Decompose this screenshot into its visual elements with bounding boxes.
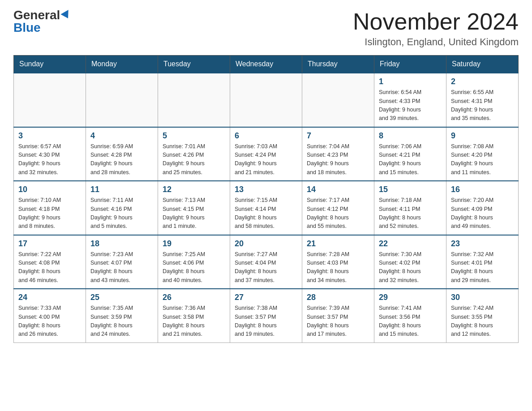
day-number: 15: [379, 185, 442, 194]
weekday-header-wednesday: Wednesday: [230, 56, 302, 73]
weekday-header-row: SundayMondayTuesdayWednesdayThursdayFrid…: [14, 56, 519, 73]
day-info: Sunrise: 7:04 AMSunset: 4:23 PMDaylight:…: [307, 142, 369, 177]
day-number: 11: [90, 185, 153, 194]
day-info: Sunrise: 7:30 AMSunset: 4:02 PMDaylight:…: [379, 250, 442, 285]
calendar-cell: 26Sunrise: 7:36 AMSunset: 3:58 PMDayligh…: [158, 289, 230, 342]
calendar-cell: 14Sunrise: 7:17 AMSunset: 4:12 PMDayligh…: [302, 181, 374, 235]
title-area: November 2024 Islington, England, United…: [353, 9, 519, 48]
calendar-cell: 6Sunrise: 7:03 AMSunset: 4:24 PMDaylight…: [230, 127, 302, 181]
calendar-table: SundayMondayTuesdayWednesdayThursdayFrid…: [13, 55, 519, 343]
calendar-cell: 28Sunrise: 7:39 AMSunset: 3:57 PMDayligh…: [302, 289, 374, 342]
day-number: 8: [379, 131, 442, 141]
weekday-header-monday: Monday: [86, 56, 158, 73]
logo-blue-text: Blue: [13, 21, 41, 34]
day-number: 5: [163, 131, 225, 141]
day-info: Sunrise: 7:28 AMSunset: 4:03 PMDaylight:…: [307, 250, 369, 285]
location-title: Islington, England, United Kingdom: [353, 36, 519, 48]
calendar-cell: [86, 73, 158, 127]
calendar-cell: 29Sunrise: 7:41 AMSunset: 3:56 PMDayligh…: [374, 289, 446, 342]
calendar-cell: 21Sunrise: 7:28 AMSunset: 4:03 PMDayligh…: [302, 235, 374, 289]
calendar-cell: 11Sunrise: 7:11 AMSunset: 4:16 PMDayligh…: [86, 181, 158, 235]
calendar-cell: 7Sunrise: 7:04 AMSunset: 4:23 PMDaylight…: [302, 127, 374, 181]
calendar-cell: 12Sunrise: 7:13 AMSunset: 4:15 PMDayligh…: [158, 181, 230, 235]
logo-general-text: General: [13, 9, 60, 21]
calendar-cell: 19Sunrise: 7:25 AMSunset: 4:06 PMDayligh…: [158, 235, 230, 289]
weekday-header-sunday: Sunday: [14, 56, 86, 73]
weekday-header-friday: Friday: [374, 56, 446, 73]
day-number: 13: [235, 185, 297, 194]
day-info: Sunrise: 7:36 AMSunset: 3:58 PMDaylight:…: [163, 304, 225, 339]
logo-triangle-icon: [61, 10, 72, 21]
calendar-cell: 23Sunrise: 7:32 AMSunset: 4:01 PMDayligh…: [446, 235, 519, 289]
header: General Blue November 2024 Islington, En…: [13, 9, 519, 48]
calendar-cell: 15Sunrise: 7:18 AMSunset: 4:11 PMDayligh…: [374, 181, 446, 235]
day-number: 21: [307, 239, 369, 248]
day-number: 24: [18, 293, 81, 302]
day-info: Sunrise: 7:13 AMSunset: 4:15 PMDaylight:…: [163, 196, 225, 231]
calendar-cell: 16Sunrise: 7:20 AMSunset: 4:09 PMDayligh…: [446, 181, 519, 235]
day-number: 29: [379, 293, 442, 302]
day-info: Sunrise: 6:55 AMSunset: 4:31 PMDaylight:…: [451, 88, 514, 123]
day-number: 28: [307, 293, 369, 302]
day-info: Sunrise: 6:59 AMSunset: 4:28 PMDaylight:…: [90, 142, 153, 177]
day-info: Sunrise: 7:33 AMSunset: 4:00 PMDaylight:…: [18, 304, 81, 339]
logo: General Blue: [13, 9, 71, 34]
day-info: Sunrise: 7:03 AMSunset: 4:24 PMDaylight:…: [235, 142, 297, 177]
day-info: Sunrise: 7:41 AMSunset: 3:56 PMDaylight:…: [379, 304, 442, 339]
weekday-header-saturday: Saturday: [446, 56, 519, 73]
day-number: 7: [307, 131, 369, 141]
week-row-1: 1Sunrise: 6:54 AMSunset: 4:33 PMDaylight…: [14, 73, 519, 127]
calendar-cell: [158, 73, 230, 127]
calendar-cell: [14, 73, 86, 127]
day-info: Sunrise: 7:39 AMSunset: 3:57 PMDaylight:…: [307, 304, 369, 339]
calendar-cell: 17Sunrise: 7:22 AMSunset: 4:08 PMDayligh…: [14, 235, 86, 289]
calendar-cell: 8Sunrise: 7:06 AMSunset: 4:21 PMDaylight…: [374, 127, 446, 181]
day-info: Sunrise: 7:27 AMSunset: 4:04 PMDaylight:…: [235, 250, 297, 285]
day-info: Sunrise: 7:15 AMSunset: 4:14 PMDaylight:…: [235, 196, 297, 231]
calendar-cell: 1Sunrise: 6:54 AMSunset: 4:33 PMDaylight…: [374, 73, 446, 127]
calendar-cell: 25Sunrise: 7:35 AMSunset: 3:59 PMDayligh…: [86, 289, 158, 342]
day-number: 25: [90, 293, 153, 302]
week-row-3: 10Sunrise: 7:10 AMSunset: 4:18 PMDayligh…: [14, 181, 519, 235]
day-number: 27: [235, 293, 297, 302]
day-info: Sunrise: 6:54 AMSunset: 4:33 PMDaylight:…: [379, 88, 442, 123]
calendar-cell: 27Sunrise: 7:38 AMSunset: 3:57 PMDayligh…: [230, 289, 302, 342]
day-number: 23: [451, 239, 514, 248]
day-info: Sunrise: 7:42 AMSunset: 3:55 PMDaylight:…: [451, 304, 514, 339]
day-number: 1: [379, 77, 442, 86]
week-row-2: 3Sunrise: 6:57 AMSunset: 4:30 PMDaylight…: [14, 127, 519, 181]
calendar-cell: 24Sunrise: 7:33 AMSunset: 4:00 PMDayligh…: [14, 289, 86, 342]
calendar-cell: 9Sunrise: 7:08 AMSunset: 4:20 PMDaylight…: [446, 127, 519, 181]
calendar-cell: 4Sunrise: 6:59 AMSunset: 4:28 PMDaylight…: [86, 127, 158, 181]
calendar-cell: 20Sunrise: 7:27 AMSunset: 4:04 PMDayligh…: [230, 235, 302, 289]
weekday-header-tuesday: Tuesday: [158, 56, 230, 73]
day-number: 19: [163, 239, 225, 248]
day-info: Sunrise: 7:35 AMSunset: 3:59 PMDaylight:…: [90, 304, 153, 339]
day-info: Sunrise: 7:32 AMSunset: 4:01 PMDaylight:…: [451, 250, 514, 285]
calendar-cell: 30Sunrise: 7:42 AMSunset: 3:55 PMDayligh…: [446, 289, 519, 342]
day-number: 4: [90, 131, 153, 141]
day-number: 22: [379, 239, 442, 248]
day-info: Sunrise: 7:11 AMSunset: 4:16 PMDaylight:…: [90, 196, 153, 231]
day-number: 16: [451, 185, 514, 194]
calendar-cell: 5Sunrise: 7:01 AMSunset: 4:26 PMDaylight…: [158, 127, 230, 181]
day-info: Sunrise: 7:17 AMSunset: 4:12 PMDaylight:…: [307, 196, 369, 231]
day-number: 12: [163, 185, 225, 194]
calendar-cell: 22Sunrise: 7:30 AMSunset: 4:02 PMDayligh…: [374, 235, 446, 289]
day-info: Sunrise: 7:38 AMSunset: 3:57 PMDaylight:…: [235, 304, 297, 339]
day-info: Sunrise: 6:57 AMSunset: 4:30 PMDaylight:…: [18, 142, 81, 177]
day-number: 30: [451, 293, 514, 302]
calendar-cell: 3Sunrise: 6:57 AMSunset: 4:30 PMDaylight…: [14, 127, 86, 181]
day-number: 14: [307, 185, 369, 194]
week-row-4: 17Sunrise: 7:22 AMSunset: 4:08 PMDayligh…: [14, 235, 519, 289]
day-number: 6: [235, 131, 297, 141]
day-info: Sunrise: 7:22 AMSunset: 4:08 PMDaylight:…: [18, 250, 81, 285]
calendar-cell: 2Sunrise: 6:55 AMSunset: 4:31 PMDaylight…: [446, 73, 519, 127]
day-info: Sunrise: 7:25 AMSunset: 4:06 PMDaylight:…: [163, 250, 225, 285]
day-info: Sunrise: 7:10 AMSunset: 4:18 PMDaylight:…: [18, 196, 81, 231]
day-info: Sunrise: 7:01 AMSunset: 4:26 PMDaylight:…: [163, 142, 225, 177]
calendar-cell: 18Sunrise: 7:23 AMSunset: 4:07 PMDayligh…: [86, 235, 158, 289]
month-title: November 2024: [353, 9, 519, 34]
calendar-cell: 10Sunrise: 7:10 AMSunset: 4:18 PMDayligh…: [14, 181, 86, 235]
day-info: Sunrise: 7:18 AMSunset: 4:11 PMDaylight:…: [379, 196, 442, 231]
